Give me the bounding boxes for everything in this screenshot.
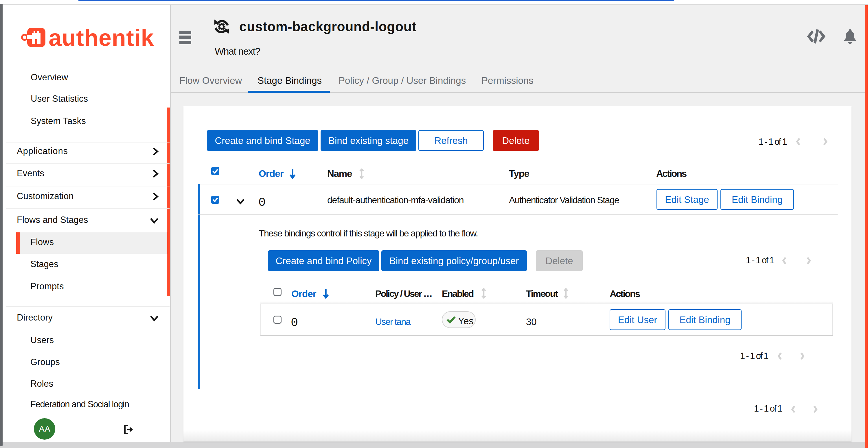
svg-text:authentik: authentik [49,27,154,48]
